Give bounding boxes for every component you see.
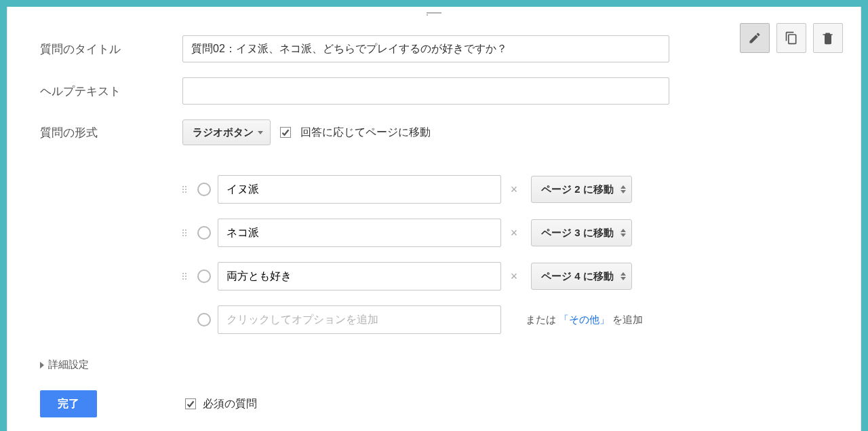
stepper-icon: [620, 229, 626, 237]
title-input[interactable]: [182, 35, 669, 62]
or-text: または 「その他」 を追加: [526, 314, 643, 326]
help-input[interactable]: [182, 77, 669, 105]
duplicate-button[interactable]: [776, 23, 806, 53]
goto-select[interactable]: ページ 3 に移動: [531, 219, 632, 246]
remove-option-button[interactable]: ×: [508, 226, 520, 240]
panel-drag-handle[interactable]: [7, 7, 861, 22]
options-block: × ページ 2 に移動 × ページ 3 に移動: [182, 175, 828, 334]
check-icon: [186, 400, 195, 408]
copy-icon: [785, 31, 798, 45]
radio-icon: [197, 313, 211, 326]
chevron-right-icon: [40, 362, 44, 369]
goto-select[interactable]: ページ 2 に移動: [531, 176, 632, 203]
remove-option-button[interactable]: ×: [508, 269, 520, 284]
trash-icon: [821, 31, 835, 45]
option-row: × ページ 3 に移動: [182, 219, 828, 247]
drag-handle-icon[interactable]: [182, 229, 191, 236]
radio-icon: [197, 269, 211, 283]
option-input[interactable]: [218, 175, 501, 204]
add-option-placeholder: クリックしてオプションを追加: [226, 313, 378, 327]
type-select-value: ラジオボタン: [193, 126, 254, 139]
remove-option-button[interactable]: ×: [508, 183, 520, 197]
drag-handle-icon[interactable]: [182, 186, 191, 193]
help-label: ヘルプテキスト: [40, 83, 182, 99]
question-panel: 質問のタイトル ヘルプテキスト 質問の形式 ラジオボタン 回答に応じて: [7, 7, 861, 431]
stepper-icon: [620, 185, 626, 193]
type-label: 質問の形式: [40, 125, 182, 140]
add-option-input[interactable]: クリックしてオプションを追加: [218, 305, 501, 334]
radio-icon: [197, 226, 211, 240]
option-row: × ページ 2 に移動: [182, 175, 828, 204]
radio-icon: [197, 183, 211, 196]
grip-icon: [427, 12, 441, 16]
edit-button[interactable]: [740, 23, 770, 53]
add-other-link[interactable]: 「その他」: [559, 314, 610, 325]
option-row: × ページ 4 に移動: [182, 262, 828, 291]
stepper-icon: [620, 272, 626, 280]
goto-select[interactable]: ページ 4 に移動: [531, 263, 632, 290]
required-checkbox[interactable]: [185, 398, 196, 409]
goto-checkbox[interactable]: [280, 127, 291, 138]
delete-button[interactable]: [813, 23, 843, 53]
advanced-label: 詳細設定: [48, 358, 89, 371]
goto-select-value: ページ 2 に移動: [541, 183, 614, 196]
option-input[interactable]: [218, 262, 501, 291]
done-button[interactable]: 完了: [40, 390, 97, 417]
title-label: 質問のタイトル: [40, 41, 182, 57]
advanced-toggle[interactable]: 詳細設定: [40, 358, 861, 371]
required-label: 必須の質問: [203, 397, 257, 411]
goto-select-value: ページ 4 に移動: [541, 270, 614, 283]
drag-handle-icon[interactable]: [182, 273, 191, 280]
chevron-down-icon: [258, 131, 263, 134]
goto-select-value: ページ 3 に移動: [541, 227, 614, 240]
check-icon: [281, 128, 290, 136]
goto-checkbox-label: 回答に応じてページに移動: [300, 126, 431, 140]
pencil-icon: [748, 31, 762, 45]
option-input[interactable]: [218, 219, 501, 247]
type-select[interactable]: ラジオボタン: [182, 119, 271, 145]
panel-toolbar: [740, 23, 843, 53]
